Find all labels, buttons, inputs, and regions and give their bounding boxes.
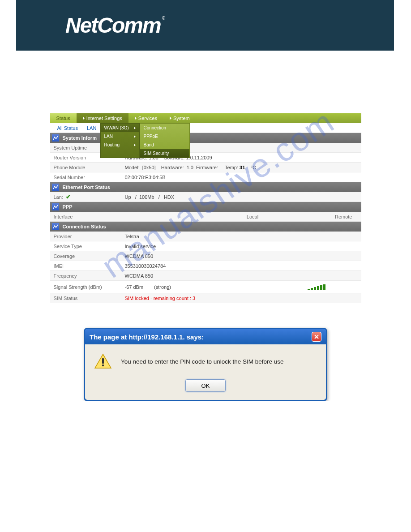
section-icon [52, 184, 59, 191]
row-lan: Lan: ✔ Up / 100Mb / HDX [50, 192, 361, 202]
header-banner: NetComm [16, 0, 394, 51]
close-button[interactable] [312, 332, 321, 342]
section-icon [52, 203, 59, 210]
menu-col-2: Connection PPPoE Band SIM Security [140, 123, 190, 158]
row-phone-module: Phone ModuleModel: [0x50] Hardware: 1.0 … [50, 163, 361, 172]
svg-point-1 [102, 365, 104, 366]
chevron-right-icon [134, 127, 136, 129]
row-sim-status: SIM StatusSIM locked - remaining count :… [50, 293, 361, 303]
menu-item-routing[interactable]: Routing [101, 141, 139, 149]
section-ethernet: Ethernet Port Status [50, 182, 361, 192]
warning-icon [94, 353, 112, 369]
row-imei: IMEI355310030024784 [50, 261, 361, 271]
menu-item-lan[interactable]: LAN [101, 132, 139, 141]
row-signal-strength: Signal Strength (dBm) -67 dBm (strong) [50, 281, 361, 293]
row-frequency: FrequencyWCDMA 850 [50, 271, 361, 281]
close-icon [314, 334, 319, 339]
section-system-info: System Inform [50, 133, 361, 143]
dialog-body: You need to enter the PIN code to unlock… [85, 344, 326, 376]
section-icon [52, 223, 59, 230]
row-serial-number: Serial Number02:00:78:E3:04:5B [50, 172, 361, 182]
row-router-version: Router VersionHardware: 1.06 Software: 1… [50, 153, 361, 163]
svg-rect-0 [102, 358, 104, 364]
chevron-right-icon [134, 144, 136, 146]
tab-system[interactable]: System [163, 113, 196, 123]
router-ui: Status Internet Settings Services System… [50, 113, 361, 303]
menu-item-sim-security[interactable]: SIM Security [140, 149, 189, 158]
dialog-titlebar: The page at http://192.168.1.1. says: [85, 329, 326, 344]
ppp-columns: Interface Local Remote [50, 212, 361, 222]
check-icon: ✔ [66, 193, 71, 200]
section-ppp: PPP [50, 202, 361, 212]
chevron-right-icon [134, 135, 136, 138]
menu-item-connection[interactable]: Connection [140, 124, 189, 132]
subtab-lan[interactable]: LAN [82, 123, 101, 133]
section-icon [52, 134, 59, 142]
row-provider: ProviderTelstra [50, 232, 361, 241]
row-system-uptime: System Uptime [50, 143, 361, 153]
tab-status[interactable]: Status [50, 113, 77, 123]
logo: NetComm [65, 13, 164, 38]
dropdown-menu: WWAN (3G) LAN Routing Connection PPPoE B… [100, 123, 190, 158]
row-service-type: Service TypeInvalid service [50, 241, 361, 251]
tabstrip: Status Internet Settings Services System [50, 113, 361, 123]
menu-col-1: WWAN (3G) LAN Routing [100, 123, 140, 158]
tab-internet-settings[interactable]: Internet Settings [77, 113, 128, 123]
subtab-all-status[interactable]: All Status [53, 123, 82, 133]
section-connection-status: Connection Status [50, 222, 361, 232]
row-coverage: CoverageWCDMA 850 [50, 251, 361, 261]
dialog-buttons: OK [85, 376, 326, 400]
menu-item-band[interactable]: Band [140, 141, 189, 149]
signal-bars-icon [308, 284, 325, 290]
menu-item-pppoe[interactable]: PPPoE [140, 132, 189, 141]
ok-button[interactable]: OK [185, 379, 226, 392]
menu-item-wwan[interactable]: WWAN (3G) [101, 124, 139, 132]
tab-services[interactable]: Services [128, 113, 163, 123]
subtabs: All Status LAN [50, 123, 361, 133]
alert-dialog: The page at http://192.168.1.1. says: Yo… [84, 328, 327, 401]
